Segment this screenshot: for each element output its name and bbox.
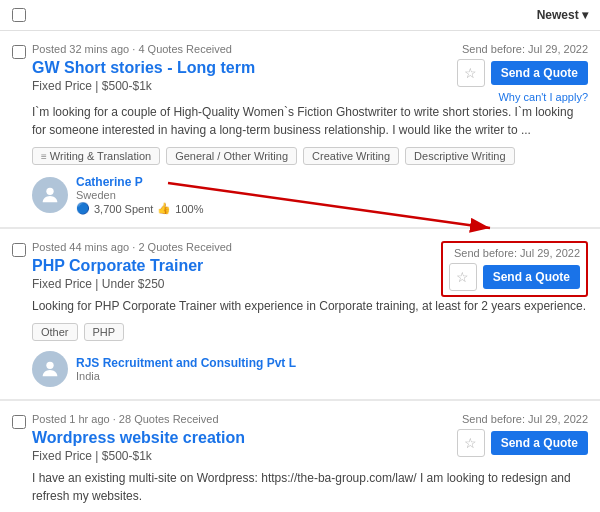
job-left: Posted 32 mins ago · 4 Quotes Received G… xyxy=(32,43,255,99)
job-title[interactable]: GW Short stories - Long term xyxy=(32,59,255,77)
svg-point-1 xyxy=(46,362,53,369)
client-info: Catherine P Sweden 🔵 3,700 Spent 👍 100% xyxy=(32,175,588,215)
job-header: Posted 32 mins ago · 4 Quotes Received G… xyxy=(32,43,588,103)
spent-icon: 🔵 xyxy=(76,202,90,215)
job-content: Posted 44 mins ago · 2 Quotes Received P… xyxy=(32,241,588,387)
action-area: Send before: Jul 29, 2022 ☆ Send a Quote xyxy=(441,241,588,297)
star-button[interactable]: ☆ xyxy=(457,429,485,457)
job-checkbox[interactable] xyxy=(12,243,26,257)
client-info: RJS Recruitment and Consulting Pvt L Ind… xyxy=(32,351,588,387)
job-description: I have an existing multi-site on Wordpre… xyxy=(32,469,588,505)
job-left: Posted 44 mins ago · 2 Quotes Received P… xyxy=(32,241,232,297)
job-item: Posted 32 mins ago · 4 Quotes Received G… xyxy=(0,31,600,228)
action-area: Send before: Jul 29, 2022 ☆ Send a Quote… xyxy=(457,43,588,103)
job-item: Posted 1 hr ago · 28 Quotes Received Wor… xyxy=(0,401,600,512)
job-list: Posted 32 mins ago · 4 Quotes Received G… xyxy=(0,31,600,512)
job-content: Posted 1 hr ago · 28 Quotes Received Wor… xyxy=(32,413,588,512)
job-title[interactable]: PHP Corporate Trainer xyxy=(32,257,232,275)
job-row: Posted 44 mins ago · 2 Quotes Received P… xyxy=(12,241,588,387)
send-before: Send before: Jul 29, 2022 xyxy=(454,247,580,259)
job-row: Posted 32 mins ago · 4 Quotes Received G… xyxy=(12,43,588,215)
job-row: Posted 1 hr ago · 28 Quotes Received Wor… xyxy=(12,413,588,512)
star-button[interactable]: ☆ xyxy=(449,263,477,291)
job-title[interactable]: Wordpress website creation xyxy=(32,429,245,447)
job-checkbox[interactable] xyxy=(12,415,26,429)
job-header: Posted 44 mins ago · 2 Quotes Received P… xyxy=(32,241,588,297)
job-meta: Posted 44 mins ago · 2 Quotes Received xyxy=(32,241,232,253)
svg-point-0 xyxy=(46,188,53,195)
tag: Other xyxy=(32,323,78,341)
rating-value: 100% xyxy=(175,203,203,215)
client-details: RJS Recruitment and Consulting Pvt L Ind… xyxy=(76,356,296,382)
job-checkbox[interactable] xyxy=(12,45,26,59)
tag: ≡Writing & Translation xyxy=(32,147,160,165)
job-price: Fixed Price | $500-$1k xyxy=(32,79,255,93)
sort-value[interactable]: Newest xyxy=(537,8,579,22)
tag: PHP xyxy=(84,323,125,341)
action-area: Send before: Jul 29, 2022 ☆ Send a Quote xyxy=(457,413,588,457)
why-cant-apply[interactable]: Why can't I apply? xyxy=(498,91,588,103)
send-quote-button[interactable]: Send a Quote xyxy=(483,265,580,289)
star-button[interactable]: ☆ xyxy=(457,59,485,87)
client-stats: 🔵 3,700 Spent 👍 100% xyxy=(76,202,203,215)
send-before: Send before: Jul 29, 2022 xyxy=(462,413,588,425)
tags-container: OtherPHP xyxy=(32,323,588,341)
select-all-checkbox[interactable] xyxy=(12,8,26,22)
client-details: Catherine P Sweden 🔵 3,700 Spent 👍 100% xyxy=(76,175,203,215)
job-content: Posted 32 mins ago · 4 Quotes Received G… xyxy=(32,43,588,215)
spent-amount: 3,700 Spent xyxy=(94,203,153,215)
job-meta: Posted 32 mins ago · 4 Quotes Received xyxy=(32,43,255,55)
send-quote-button[interactable]: Send a Quote xyxy=(491,431,588,455)
sort-by: Newest ▾ xyxy=(537,8,588,22)
job-description: Looking for PHP Corporate Trainer with e… xyxy=(32,297,588,315)
tags-container: ≡Writing & TranslationGeneral / Other Wr… xyxy=(32,147,588,165)
send-before: Send before: Jul 29, 2022 xyxy=(462,43,588,55)
job-header: Posted 1 hr ago · 28 Quotes Received Wor… xyxy=(32,413,588,469)
avatar xyxy=(32,177,68,213)
job-description: I`m looking for a couple of High-Quality… xyxy=(32,103,588,139)
job-price: Fixed Price | $500-$1k xyxy=(32,449,245,463)
job-item: Posted 44 mins ago · 2 Quotes Received P… xyxy=(0,229,600,400)
avatar xyxy=(32,351,68,387)
job-price: Fixed Price | Under $250 xyxy=(32,277,232,291)
tag: Descriptive Writing xyxy=(405,147,515,165)
tag: Creative Writing xyxy=(303,147,399,165)
client-name: Catherine P xyxy=(76,175,203,189)
action-buttons: ☆ Send a Quote xyxy=(457,59,588,87)
action-buttons: ☆ Send a Quote xyxy=(457,429,588,457)
top-bar: Newest ▾ xyxy=(0,0,600,31)
tag: General / Other Writing xyxy=(166,147,297,165)
job-meta: Posted 1 hr ago · 28 Quotes Received xyxy=(32,413,245,425)
client-location: India xyxy=(76,370,296,382)
job-left: Posted 1 hr ago · 28 Quotes Received Wor… xyxy=(32,413,245,469)
action-buttons: ☆ Send a Quote xyxy=(449,263,580,291)
send-quote-button[interactable]: Send a Quote xyxy=(491,61,588,85)
sort-dropdown-icon[interactable]: ▾ xyxy=(582,8,588,22)
client-location: Sweden xyxy=(76,189,203,201)
client-name: RJS Recruitment and Consulting Pvt L xyxy=(76,356,296,370)
rating-icon: 👍 xyxy=(157,202,171,215)
